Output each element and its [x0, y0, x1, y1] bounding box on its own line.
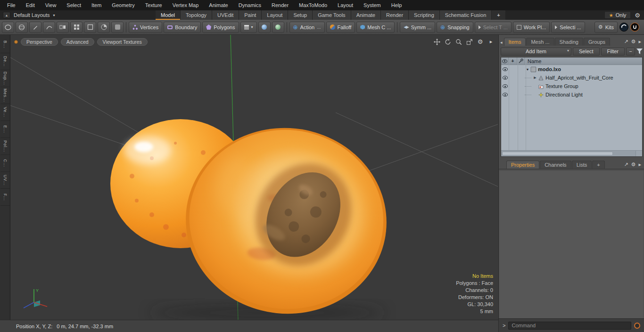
name-column-header[interactable]: Name — [525, 57, 642, 65]
add-tab-button[interactable]: + — [592, 161, 604, 169]
tree-row-mesh-item[interactable]: ▶ Half_Apricot_with_Fruit_Core — [501, 73, 642, 82]
tab-paint[interactable]: Paint — [239, 10, 262, 20]
strip-tab-polygon[interactable]: Pol... — [0, 138, 10, 155]
action-center-button[interactable]: ⊕Action... — [289, 22, 325, 33]
world-axis-button[interactable] — [258, 22, 271, 33]
pie-tool-button[interactable] — [98, 22, 110, 33]
tab-schematic-fusion[interactable]: Schematic Fusion — [440, 10, 492, 20]
mesh-constraints-button[interactable]: Mesh C ... — [356, 22, 395, 33]
menu-view[interactable]: View — [40, 0, 62, 10]
tab-mesh-ops[interactable]: Mesh ... — [526, 38, 554, 46]
menu-system[interactable]: System — [358, 0, 386, 10]
eye-icon[interactable] — [503, 67, 508, 71]
pin-column-header[interactable]: + — [509, 57, 517, 65]
command-input[interactable] — [508, 322, 631, 330]
strip-tab-mesh[interactable]: Mes... — [0, 87, 10, 104]
menu-edit[interactable]: Edit — [21, 0, 40, 10]
eye-icon[interactable] — [503, 76, 508, 80]
strip-tab-uv[interactable]: UV... — [0, 172, 10, 189]
tree-row-directional-light[interactable]: Directional Light — [501, 90, 642, 99]
select-through-button[interactable]: Select T ... — [475, 22, 512, 33]
filter-button[interactable]: Filter — [601, 48, 625, 56]
pan-icon[interactable] — [433, 38, 440, 45]
pop-out-icon[interactable]: ↗ — [624, 39, 628, 45]
menu-help[interactable]: Help — [386, 0, 407, 10]
tab-topology[interactable]: Topology — [181, 10, 212, 20]
tree-row-scene-root[interactable]: ▼ modo.lxo — [501, 65, 642, 73]
add-layout-tab-button[interactable]: + — [492, 10, 505, 20]
array-tool-button[interactable] — [70, 22, 83, 33]
tab-game-tools[interactable]: Game Tools — [313, 10, 351, 20]
shading-mode-button[interactable]: Advanced — [61, 38, 94, 46]
tab-layout[interactable]: Layout — [262, 10, 288, 20]
tab-groups[interactable]: Groups — [584, 38, 610, 46]
view-mode-button[interactable]: Perspective — [21, 38, 58, 46]
scrollbar-thumb[interactable] — [502, 152, 613, 155]
3d-viewport[interactable]: Y Perspective Advanced Viewport Textures… — [10, 35, 498, 320]
eye-icon[interactable] — [503, 93, 508, 97]
panel-gear-icon[interactable]: ⚙ — [631, 39, 636, 44]
viewport-expand-icon[interactable]: ▸ — [487, 38, 495, 45]
menu-item[interactable]: Item — [86, 0, 107, 10]
gear-icon[interactable]: ⚙ — [635, 12, 640, 18]
back-arrow-icon[interactable]: ◂ — [500, 40, 504, 46]
pop-out-icon[interactable]: ↗ — [624, 162, 628, 168]
kits-button[interactable]: ⚙Kits — [594, 22, 618, 33]
tab-channels[interactable]: Channels — [540, 161, 571, 169]
menu-geometry[interactable]: Geometry — [107, 0, 140, 10]
tab-setup[interactable]: Setup — [288, 10, 313, 20]
modo-bridge-icon[interactable] — [619, 23, 628, 32]
symmetry-button[interactable]: ◀▶Symm ... — [400, 22, 435, 33]
menu-render[interactable]: Render — [266, 0, 294, 10]
snapping-button[interactable]: ⊕Snapping — [437, 22, 473, 33]
item-mode-dropdown[interactable]: ▾ — [240, 22, 257, 33]
filter-funnel-icon[interactable] — [636, 49, 643, 54]
select-button[interactable]: Select — [573, 48, 600, 56]
visibility-column-header[interactable] — [501, 57, 509, 65]
up-arrow-icon[interactable]: ▲ — [3, 12, 10, 18]
tab-uvedit[interactable]: UVEdit — [212, 10, 239, 20]
zoom-icon[interactable] — [455, 38, 462, 45]
menu-dynamics[interactable]: Dynamics — [233, 0, 266, 10]
strip-tab-edge[interactable]: E... — [0, 121, 10, 138]
add-item-dropdown[interactable]: Add Item ▾ — [501, 48, 571, 56]
tab-items[interactable]: Items — [504, 38, 526, 46]
boundary-mode-button[interactable]: Boundary — [164, 22, 201, 33]
strip-tab-fusion[interactable]: F... — [0, 189, 10, 206]
tab-scripting[interactable]: Scripting — [409, 10, 440, 20]
menu-animate[interactable]: Animate — [204, 0, 233, 10]
menu-texture[interactable]: Texture — [140, 0, 167, 10]
viewport-textures-button[interactable]: Viewport Textures — [97, 38, 148, 46]
falloff-button[interactable]: Falloff — [326, 22, 355, 33]
strip-tab-basic[interactable]: B... — [0, 36, 10, 53]
sphere-tool-button[interactable] — [16, 22, 28, 33]
tab-shading[interactable]: Shading — [555, 38, 583, 46]
menu-vertex-map[interactable]: Vertex Map — [167, 0, 204, 10]
macro-record-button[interactable] — [634, 323, 640, 329]
work-plane-button[interactable]: Work Pl... — [513, 22, 550, 33]
tree-row-texture-group[interactable]: Texture Group — [501, 82, 642, 90]
expand-closed-icon[interactable]: ▶ — [532, 76, 538, 80]
render-column-header[interactable] — [517, 57, 525, 65]
polygons-mode-button[interactable]: Polygons — [202, 22, 239, 33]
viewport-3d-scene[interactable]: Y — [10, 35, 498, 320]
menu-layout[interactable]: Layout — [332, 0, 358, 10]
rotate-icon[interactable] — [444, 38, 451, 45]
vertices-mode-button[interactable]: Vertices — [129, 22, 162, 33]
tree-horizontal-scrollbar[interactable] — [501, 150, 642, 156]
panel-expand-icon[interactable]: ▸ — [638, 39, 641, 45]
tab-properties[interactable]: Properties — [506, 161, 539, 169]
pen-tool-button[interactable] — [29, 22, 41, 33]
curve-tool-button[interactable] — [43, 22, 55, 33]
panel-gear-icon[interactable]: ⚙ — [631, 162, 636, 167]
tab-render[interactable]: Render — [381, 10, 409, 20]
maximize-icon[interactable] — [466, 38, 473, 45]
unreal-bridge-icon[interactable] — [630, 23, 639, 32]
menu-file[interactable]: File — [2, 0, 21, 10]
viewport-settings-gear-icon[interactable]: ⚙ — [477, 38, 484, 45]
viewport-menu-dot[interactable] — [14, 40, 18, 44]
strip-tab-deform[interactable]: De... — [0, 53, 10, 70]
ellipse-tool-button[interactable] — [2, 22, 14, 33]
mirror-tool-button[interactable] — [57, 22, 69, 33]
selection-sets-button[interactable]: Selecti ... — [551, 22, 585, 33]
